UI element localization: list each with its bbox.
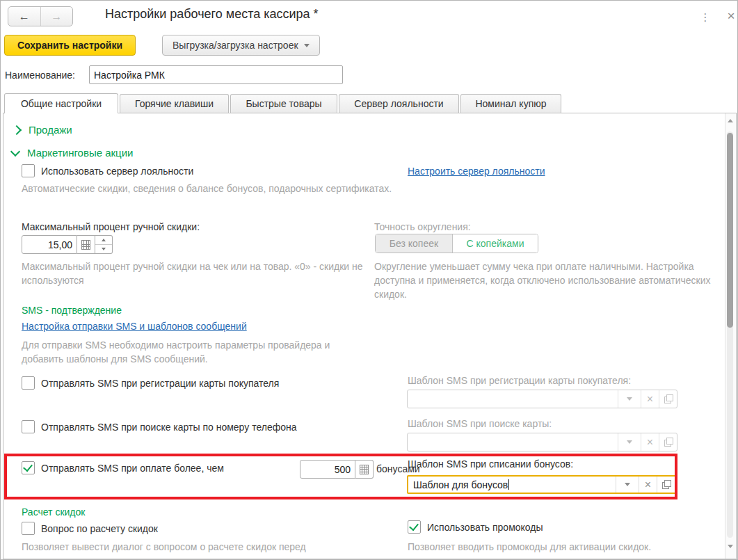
open-button[interactable] <box>659 390 677 408</box>
checkbox-icon <box>22 420 35 433</box>
save-settings-button[interactable]: Сохранить настройки <box>4 35 136 56</box>
tab-loyalty-server[interactable]: Сервер лояльности <box>339 94 459 113</box>
chevron-down-icon <box>627 440 632 444</box>
sms-bonus-label: Отправлять SMS при оплате более, чем <box>41 463 224 474</box>
export-import-label: Выгрузка/загрузка настроек <box>173 40 298 51</box>
dropdown-button[interactable] <box>618 390 641 408</box>
dropdown-button[interactable] <box>618 433 641 451</box>
sms-registration-label: Отправлять SMS при регистрации карты пок… <box>41 378 279 389</box>
discount-calc-header: Расчет скидок <box>22 506 85 518</box>
checkbox-icon <box>22 164 35 177</box>
clear-icon: × <box>647 394 653 405</box>
tab-banknote-denomination[interactable]: Номинал купюр <box>460 94 561 113</box>
tab-quick-goods[interactable]: Быстрые товары <box>230 94 337 113</box>
loyalty-hint: Автоматические скидки, сведения о баланс… <box>22 182 411 195</box>
discount-question-label: Вопрос по расчету скидок <box>41 523 158 534</box>
combobox-value[interactable] <box>408 390 618 408</box>
sms-search-checkbox[interactable]: Отправлять SMS при поиске карты по номер… <box>22 420 297 433</box>
close-icon[interactable]: × <box>723 8 738 24</box>
tab-label: Номинал купюр <box>475 98 546 109</box>
back-button[interactable]: ← <box>8 7 41 26</box>
sms-bonus-threshold-input[interactable]: 500 <box>300 460 355 479</box>
open-icon <box>664 440 671 447</box>
name-input-value: Настройка РМК <box>94 70 165 81</box>
promo-hint: Позволяет вводить промокоды для активаци… <box>408 540 721 554</box>
spinner-up-button[interactable] <box>95 236 112 245</box>
sms-bonus-template-label: Шаблон SMS при списании бонусов: <box>408 458 573 470</box>
rounding-toggle-group: Без копеек С копейками <box>375 234 538 253</box>
sms-bonus-checkbox[interactable]: Отправлять SMS при оплате более, чем <box>22 461 224 474</box>
max-discount-hint: Максимальный процент ручной скидки на че… <box>22 259 408 287</box>
open-icon <box>662 482 669 489</box>
nav-history-group: ← → <box>8 6 73 26</box>
calculator-button[interactable] <box>355 460 374 479</box>
checkbox-checked-icon <box>408 520 421 534</box>
spinner-control <box>95 235 113 254</box>
max-discount-value: 15,00 <box>48 239 72 250</box>
sms-section-header: SMS - подтверждение <box>22 305 122 316</box>
scroll-down-icon[interactable] <box>728 545 733 548</box>
tab-label: Общие настройки <box>21 98 102 109</box>
tab-general-settings[interactable]: Общие настройки <box>4 93 118 113</box>
open-button[interactable] <box>659 433 677 451</box>
export-import-settings-button[interactable]: Выгрузка/загрузка настроек <box>162 35 320 56</box>
configure-loyalty-server-link[interactable]: Настроить сервер лояльности <box>408 166 545 177</box>
section-sales-label: Продажи <box>29 124 72 136</box>
sms-registration-template-combobox[interactable]: × <box>407 390 677 408</box>
forward-button[interactable]: → <box>41 7 73 26</box>
tab-label: Сервер лояльности <box>354 98 443 109</box>
sms-search-template-combobox[interactable]: × <box>407 433 677 451</box>
sms-bonus-threshold-value: 500 <box>335 464 351 475</box>
sms-settings-link[interactable]: Настройка отправки SMS и шаблонов сообще… <box>22 321 247 332</box>
section-marketing-label: Маркетинговые акции <box>27 147 133 159</box>
scrollbar-thumb[interactable] <box>727 133 733 328</box>
scroll-up-icon[interactable] <box>728 119 733 122</box>
tab-label: Быстрые товары <box>246 98 321 109</box>
sms-bonus-template-combobox[interactable]: Шаблон для бонусов × <box>407 475 676 494</box>
back-arrow-icon: ← <box>19 10 30 23</box>
chevron-down-icon <box>304 44 310 47</box>
combobox-value[interactable] <box>408 433 618 451</box>
clear-button[interactable]: × <box>641 390 659 408</box>
chevron-down-icon <box>627 397 632 401</box>
discount-question-checkbox[interactable]: Вопрос по расчету скидок <box>22 522 158 535</box>
promo-label: Использовать промокоды <box>427 522 543 533</box>
use-loyalty-server-checkbox[interactable]: Использовать сервер лояльности <box>22 164 193 177</box>
combobox-value[interactable]: Шаблон для бонусов <box>408 477 616 493</box>
with-kopecks-label: С копейками <box>467 238 524 249</box>
no-kopecks-label: Без копеек <box>390 238 438 249</box>
discount-question-hint: Позволяет вывести диалог с вопросом о ра… <box>22 540 408 554</box>
rounding-with-kopecks-button[interactable]: С копейками <box>452 234 538 253</box>
rounding-hint: Округление уменьшает сумму чека при опла… <box>374 259 715 301</box>
name-input[interactable]: Настройка РМК <box>89 65 343 84</box>
chevron-down-icon <box>10 146 20 156</box>
max-discount-input[interactable]: 15,00 <box>22 235 77 254</box>
rounding-label: Точность округления: <box>374 221 471 232</box>
sms-hint: Для отправки SMS необходимо настроить па… <box>22 338 335 366</box>
checkbox-icon <box>22 522 35 535</box>
dropdown-button[interactable] <box>616 477 639 493</box>
section-marketing[interactable]: Маркетинговые акции <box>12 147 133 159</box>
calculator-icon <box>360 465 369 474</box>
max-discount-field-group: 15,00 <box>22 235 113 254</box>
sms-registration-checkbox[interactable]: Отправлять SMS при регистрации карты пок… <box>22 376 279 390</box>
rounding-no-kopecks-button[interactable]: Без копеек <box>376 234 452 253</box>
sms-bonus-threshold-group: 500 <box>300 460 374 479</box>
forward-arrow-icon: → <box>51 10 62 23</box>
chevron-right-icon <box>12 125 22 134</box>
clear-icon: × <box>647 437 653 448</box>
more-menu-icon[interactable]: ⋮ <box>698 9 712 26</box>
calculator-icon <box>81 240 90 250</box>
clear-button[interactable]: × <box>641 433 659 451</box>
checkbox-icon <box>22 376 35 390</box>
tab-hotkeys[interactable]: Горячие клавиши <box>120 94 229 113</box>
open-button[interactable] <box>657 477 675 493</box>
triangle-up-icon <box>102 239 106 241</box>
calculator-button[interactable] <box>77 235 95 254</box>
cashier-settings-window: ← → Настройки рабочего места кассира * ⋮… <box>0 0 738 560</box>
promo-checkbox[interactable]: Использовать промокоды <box>408 520 543 534</box>
clear-button[interactable]: × <box>639 477 657 493</box>
sms-bonus-template-value: Шаблон для бонусов <box>413 479 508 490</box>
section-sales[interactable]: Продажи <box>13 124 72 136</box>
spinner-down-button[interactable] <box>95 245 112 253</box>
